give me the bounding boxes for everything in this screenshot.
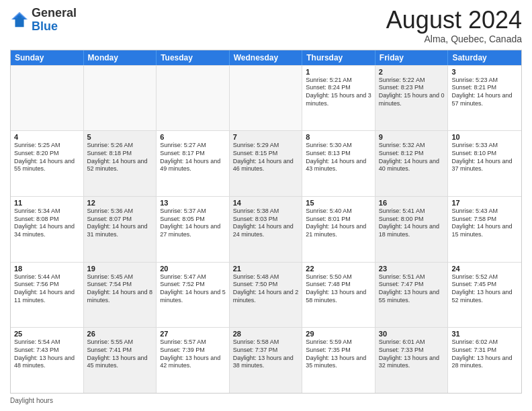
day-number: 22	[306, 265, 371, 273]
table-row	[157, 66, 230, 131]
header: General Blue August 2024 Alma, Quebec, C…	[10, 7, 522, 44]
table-row: 29Sunrise: 5:59 AM Sunset: 7:35 PM Dayli…	[302, 328, 375, 393]
cell-info: Sunrise: 5:41 AM Sunset: 8:00 PM Dayligh…	[379, 208, 445, 239]
table-row: 9Sunrise: 5:32 AM Sunset: 8:12 PM Daylig…	[375, 131, 449, 196]
cell-info: Sunrise: 5:59 AM Sunset: 7:35 PM Dayligh…	[306, 338, 371, 370]
cell-info: Sunrise: 6:02 AM Sunset: 7:31 PM Dayligh…	[451, 338, 518, 370]
day-number: 10	[451, 133, 518, 141]
table-row: 2Sunrise: 5:22 AM Sunset: 8:23 PM Daylig…	[375, 66, 449, 131]
table-row: 3Sunrise: 5:23 AM Sunset: 8:21 PM Daylig…	[448, 66, 521, 131]
calendar-week-3: 11Sunrise: 5:34 AM Sunset: 8:08 PM Dayli…	[11, 196, 521, 262]
cell-info: Sunrise: 6:01 AM Sunset: 7:33 PM Dayligh…	[379, 338, 445, 370]
calendar-header-saturday: Saturday	[448, 50, 521, 65]
calendar-week-4: 18Sunrise: 5:44 AM Sunset: 7:56 PM Dayli…	[11, 262, 521, 328]
table-row: 21Sunrise: 5:48 AM Sunset: 7:50 PM Dayli…	[230, 263, 303, 328]
cell-info: Sunrise: 5:48 AM Sunset: 7:50 PM Dayligh…	[233, 273, 299, 305]
calendar-header-friday: Friday	[375, 50, 449, 65]
cell-info: Sunrise: 5:50 AM Sunset: 7:48 PM Dayligh…	[306, 273, 371, 305]
cell-info: Sunrise: 5:58 AM Sunset: 7:37 PM Dayligh…	[233, 338, 299, 370]
calendar-week-1: 1Sunrise: 5:21 AM Sunset: 8:24 PM Daylig…	[11, 65, 521, 131]
cell-info: Sunrise: 5:32 AM Sunset: 8:12 PM Dayligh…	[379, 142, 445, 173]
cell-info: Sunrise: 5:22 AM Sunset: 8:23 PM Dayligh…	[379, 77, 445, 108]
calendar-week-2: 4Sunrise: 5:25 AM Sunset: 8:20 PM Daylig…	[11, 130, 521, 196]
day-number: 28	[233, 330, 299, 338]
table-row: 1Sunrise: 5:21 AM Sunset: 8:24 PM Daylig…	[302, 66, 375, 131]
calendar-header-monday: Monday	[84, 50, 157, 65]
day-number: 25	[14, 330, 80, 338]
calendar-header-wednesday: Wednesday	[230, 50, 303, 65]
table-row: 16Sunrise: 5:41 AM Sunset: 8:00 PM Dayli…	[375, 197, 449, 262]
table-row	[230, 66, 303, 131]
table-row: 25Sunrise: 5:54 AM Sunset: 7:43 PM Dayli…	[11, 328, 84, 393]
day-number: 24	[451, 265, 518, 273]
day-number: 7	[233, 133, 299, 141]
calendar-header-sunday: Sunday	[11, 50, 84, 65]
cell-info: Sunrise: 5:34 AM Sunset: 8:08 PM Dayligh…	[14, 208, 80, 239]
day-number: 14	[233, 199, 299, 207]
table-row: 15Sunrise: 5:40 AM Sunset: 8:01 PM Dayli…	[302, 197, 375, 262]
table-row	[84, 66, 157, 131]
day-number: 20	[160, 265, 226, 273]
cell-info: Sunrise: 5:27 AM Sunset: 8:17 PM Dayligh…	[160, 142, 226, 173]
cell-info: Sunrise: 5:29 AM Sunset: 8:15 PM Dayligh…	[233, 142, 299, 173]
day-number: 15	[306, 199, 371, 207]
day-number: 27	[160, 330, 226, 338]
cell-info: Sunrise: 5:21 AM Sunset: 8:24 PM Dayligh…	[306, 77, 371, 108]
cell-info: Sunrise: 5:47 AM Sunset: 7:52 PM Dayligh…	[160, 273, 226, 305]
day-number: 16	[379, 199, 445, 207]
day-number: 4	[14, 133, 80, 141]
cell-info: Sunrise: 5:44 AM Sunset: 7:56 PM Dayligh…	[14, 273, 80, 305]
cell-info: Sunrise: 5:43 AM Sunset: 7:58 PM Dayligh…	[451, 208, 518, 239]
day-number: 8	[306, 133, 371, 141]
calendar-header-tuesday: Tuesday	[157, 50, 230, 65]
day-number: 23	[379, 265, 445, 273]
table-row: 27Sunrise: 5:57 AM Sunset: 7:39 PM Dayli…	[157, 328, 230, 393]
logo-icon	[10, 11, 29, 30]
cell-info: Sunrise: 5:55 AM Sunset: 7:41 PM Dayligh…	[87, 338, 153, 370]
table-row: 23Sunrise: 5:51 AM Sunset: 7:47 PM Dayli…	[375, 263, 449, 328]
table-row: 5Sunrise: 5:26 AM Sunset: 8:18 PM Daylig…	[84, 131, 157, 196]
day-number: 2	[379, 68, 445, 76]
table-row: 17Sunrise: 5:43 AM Sunset: 7:58 PM Dayli…	[448, 197, 521, 262]
table-row: 14Sunrise: 5:38 AM Sunset: 8:03 PM Dayli…	[230, 197, 303, 262]
table-row: 28Sunrise: 5:58 AM Sunset: 7:37 PM Dayli…	[230, 328, 303, 393]
cell-info: Sunrise: 5:30 AM Sunset: 8:13 PM Dayligh…	[306, 142, 371, 173]
day-number: 29	[306, 330, 371, 338]
table-row: 20Sunrise: 5:47 AM Sunset: 7:52 PM Dayli…	[157, 263, 230, 328]
table-row: 13Sunrise: 5:37 AM Sunset: 8:05 PM Dayli…	[157, 197, 230, 262]
table-row: 22Sunrise: 5:50 AM Sunset: 7:48 PM Dayli…	[302, 263, 375, 328]
table-row	[11, 66, 84, 131]
cell-info: Sunrise: 5:57 AM Sunset: 7:39 PM Dayligh…	[160, 338, 226, 370]
day-number: 19	[87, 265, 153, 273]
day-number: 21	[233, 265, 299, 273]
day-number: 30	[379, 330, 445, 338]
day-number: 31	[451, 330, 518, 338]
logo: General Blue	[10, 7, 77, 34]
cell-info: Sunrise: 5:54 AM Sunset: 7:43 PM Dayligh…	[14, 338, 80, 370]
location: Alma, Quebec, Canada	[386, 34, 522, 44]
day-number: 3	[451, 68, 518, 76]
footer: Daylight hours	[10, 397, 522, 404]
day-number: 11	[14, 199, 80, 207]
cell-info: Sunrise: 5:40 AM Sunset: 8:01 PM Dayligh…	[306, 208, 371, 239]
logo-blue-text: Blue	[32, 19, 58, 33]
day-number: 12	[87, 199, 153, 207]
cell-info: Sunrise: 5:51 AM Sunset: 7:47 PM Dayligh…	[379, 273, 445, 305]
cell-info: Sunrise: 5:23 AM Sunset: 8:21 PM Dayligh…	[451, 77, 518, 108]
calendar-header-thursday: Thursday	[302, 50, 375, 65]
cell-info: Sunrise: 5:36 AM Sunset: 8:07 PM Dayligh…	[87, 208, 153, 239]
day-number: 26	[87, 330, 153, 338]
cell-info: Sunrise: 5:37 AM Sunset: 8:05 PM Dayligh…	[160, 208, 226, 239]
logo-general-text: General	[32, 6, 77, 19]
table-row: 4Sunrise: 5:25 AM Sunset: 8:20 PM Daylig…	[11, 131, 84, 196]
day-number: 13	[160, 199, 226, 207]
day-number: 18	[14, 265, 80, 273]
table-row: 31Sunrise: 6:02 AM Sunset: 7:31 PM Dayli…	[448, 328, 521, 393]
day-number: 5	[87, 133, 153, 141]
cell-info: Sunrise: 5:26 AM Sunset: 8:18 PM Dayligh…	[87, 142, 153, 173]
cell-info: Sunrise: 5:33 AM Sunset: 8:10 PM Dayligh…	[451, 142, 518, 173]
cell-info: Sunrise: 5:52 AM Sunset: 7:45 PM Dayligh…	[451, 273, 518, 305]
cell-info: Sunrise: 5:38 AM Sunset: 8:03 PM Dayligh…	[233, 208, 299, 239]
table-row: 19Sunrise: 5:45 AM Sunset: 7:54 PM Dayli…	[84, 263, 157, 328]
title-block: August 2024 Alma, Quebec, Canada	[386, 7, 522, 44]
